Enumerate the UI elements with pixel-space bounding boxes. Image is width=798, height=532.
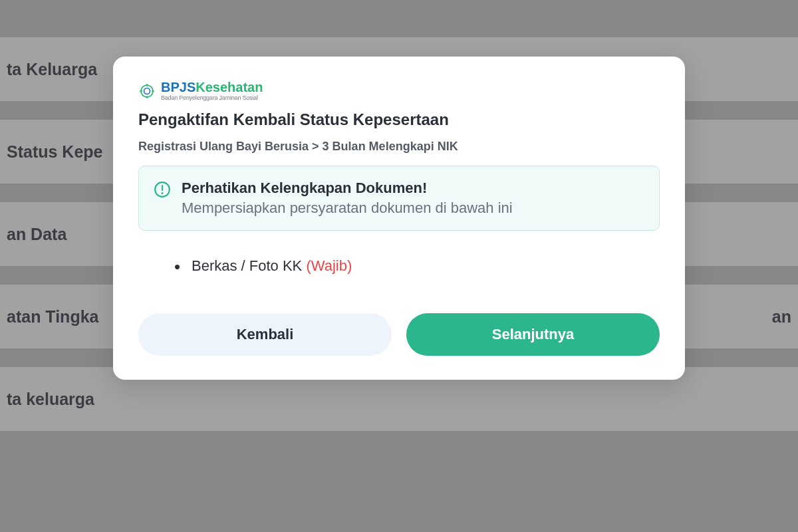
svg-point-1 xyxy=(144,88,150,94)
button-row: Kembali Selanjutnya xyxy=(138,313,660,356)
logo-subtitle: Badan Penyelenggara Jaminan Sosial xyxy=(161,95,263,101)
logo-part2: Kesehatan xyxy=(196,80,263,94)
alert-box: Perhatikan Kelengkapan Dokumen! Mempersi… xyxy=(138,166,660,231)
next-button[interactable]: Selanjutnya xyxy=(406,313,660,356)
back-button[interactable]: Kembali xyxy=(138,313,392,356)
logo-part1: BPJS xyxy=(161,80,196,94)
modal-dialog: BPJSKesehatan Badan Penyelenggara Jamina… xyxy=(113,57,685,380)
requirements-list: Berkas / Foto KK (Wajib) xyxy=(174,257,660,275)
exclamation-circle-icon xyxy=(154,181,171,198)
svg-point-2 xyxy=(146,84,148,86)
modal-subtitle: Registrasi Ulang Bayi Berusia > 3 Bulan … xyxy=(138,140,660,154)
requirement-item: Berkas / Foto KK (Wajib) xyxy=(174,257,660,275)
svg-point-0 xyxy=(141,85,153,97)
svg-point-5 xyxy=(140,90,142,92)
requirement-required-tag: (Wajib) xyxy=(306,257,352,274)
alert-description: Mempersiapkan persyaratan dokumen di baw… xyxy=(182,200,513,217)
bpjs-logo-icon xyxy=(138,82,156,100)
alert-title: Perhatikan Kelengkapan Dokumen! xyxy=(182,180,513,197)
modal-title: Pengaktifan Kembali Status Kepesertaan xyxy=(138,110,660,129)
svg-point-8 xyxy=(161,192,163,194)
logo-text: BPJSKesehatan xyxy=(161,80,263,94)
svg-point-4 xyxy=(146,96,148,98)
svg-point-3 xyxy=(152,90,154,92)
requirement-label: Berkas / Foto KK xyxy=(192,257,306,274)
brand-logo: BPJSKesehatan Badan Penyelenggara Jamina… xyxy=(138,80,660,101)
